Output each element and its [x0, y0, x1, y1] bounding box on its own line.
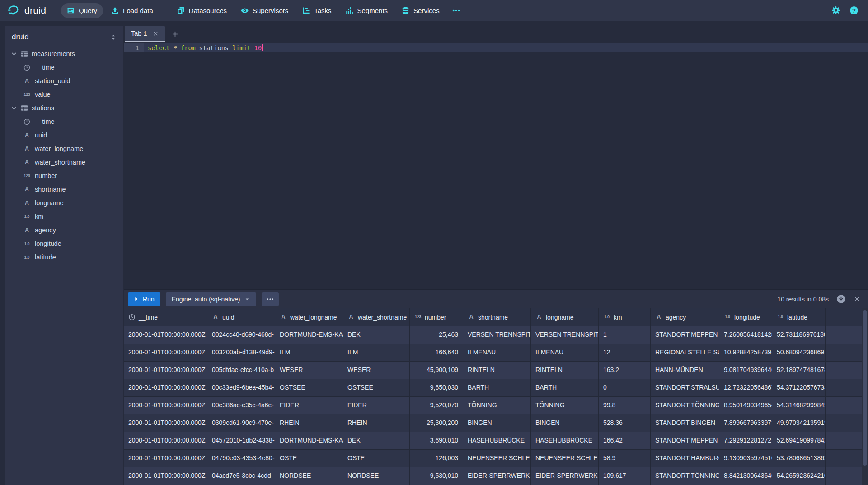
tree-field-water_longname[interactable]: Awater_longname	[5, 142, 123, 155]
cell-__time[interactable]: 2000-01-01T00:00:00.000Z	[124, 379, 207, 396]
cell-shortname[interactable]: VERSEN TRENNSPITZE	[463, 326, 531, 344]
cell-number[interactable]: 166,640	[410, 344, 463, 361]
close-tab-icon[interactable]	[153, 31, 159, 37]
cell-uuid[interactable]: 005dfdae-efcc-410a-b	[207, 362, 275, 379]
tree-table-stations[interactable]: stations	[5, 101, 123, 115]
cell-km[interactable]: 528.36	[599, 414, 651, 432]
add-tab-button[interactable]	[165, 26, 185, 42]
cell-water_shortname[interactable]: WESER	[343, 362, 410, 379]
cell-longname[interactable]: TÖNNING	[531, 397, 599, 414]
cell-longitude[interactable]: 7.29291228127272	[719, 432, 772, 449]
cell-uuid[interactable]: 00c33ed9-6bea-45b4-	[207, 379, 275, 396]
cell-water_shortname[interactable]: ILM	[343, 344, 410, 361]
cell-shortname[interactable]: BINGEN	[463, 414, 531, 432]
cell-km[interactable]: 163.2	[599, 362, 651, 379]
double-caret-vertical-icon[interactable]	[110, 34, 117, 41]
column-header-uuid[interactable]: Auuid	[207, 308, 275, 326]
cell-latitude[interactable]: 54.3712205767335	[772, 379, 826, 396]
cell-longname[interactable]: ILMENAU	[531, 344, 599, 361]
cell-water_longname[interactable]: ILM	[275, 344, 343, 361]
nav-item-services[interactable]: Services	[396, 3, 446, 18]
cell-longname[interactable]: VERSEN TRENNSPITZE	[531, 326, 599, 344]
cell-km[interactable]: 109.617	[599, 467, 651, 485]
cell-water_shortname[interactable]: DEK	[343, 326, 410, 344]
help-button[interactable]: ?	[849, 6, 859, 15]
nav-item-more[interactable]	[448, 3, 464, 18]
cell-longitude[interactable]: 7.89966796339734	[719, 414, 772, 432]
tree-field-agency[interactable]: Aagency	[5, 223, 123, 237]
cell-water_longname[interactable]: RHEIN	[275, 414, 343, 432]
cell-km[interactable]: 58.9	[599, 450, 651, 467]
tree-field-latitude[interactable]: 1.0latitude	[5, 250, 123, 264]
cell-number[interactable]: 9,530,010	[410, 467, 463, 485]
cell-uuid[interactable]: 0309cd61-90c9-470e-	[207, 414, 275, 432]
column-header-agency[interactable]: Aagency	[651, 308, 719, 326]
column-header-km[interactable]: 1.0km	[599, 308, 651, 326]
tree-field-station_uuid[interactable]: Astation_uuid	[5, 74, 123, 88]
query-more-button[interactable]	[262, 292, 279, 306]
cell-longname[interactable]: EIDER-SPERRWERK AP	[531, 467, 599, 485]
engine-select-button[interactable]: Engine: auto (sql-native)	[166, 292, 257, 306]
cell-water_shortname[interactable]: OSTSEE	[343, 379, 410, 396]
cell-shortname[interactable]: RINTELN	[463, 362, 531, 379]
cell-longitude[interactable]: 8.84213006436467	[719, 467, 772, 485]
cell-longname[interactable]: NEUENSEER SCHLEUSE	[531, 450, 599, 467]
cell-water_shortname[interactable]: DEK	[343, 432, 410, 449]
cell-__time[interactable]: 2000-01-01T00:00:00.000Z	[124, 467, 207, 485]
cell-km[interactable]: 99.8	[599, 397, 651, 414]
cell-agency[interactable]: HANN-MÜNDEN	[651, 362, 719, 379]
cell-agency[interactable]: STANDORT STRALSUND	[651, 379, 719, 396]
cell-__time[interactable]: 2000-01-01T00:00:00.000Z	[124, 362, 207, 379]
scrollbar-thumb[interactable]	[863, 310, 867, 466]
cell-water_shortname[interactable]: EIDER	[343, 397, 410, 414]
tree-field-longitude[interactable]: 1.0longitude	[5, 237, 123, 250]
cell-water_shortname[interactable]: NORDSEE	[343, 467, 410, 485]
cell-longitude[interactable]: 10.9288425873943	[719, 344, 772, 361]
nav-item-tasks[interactable]: Tasks	[296, 3, 337, 18]
cell-water_longname[interactable]: NORDSEE	[275, 467, 343, 485]
results-scrollbar[interactable]	[862, 308, 868, 485]
cell-longname[interactable]: HASEHUBBRÜCKE	[531, 432, 599, 449]
cell-agency[interactable]: STANDORT TÖNNING	[651, 467, 719, 485]
cell-latitude[interactable]: 49.9703421359194	[772, 414, 826, 432]
cell-shortname[interactable]: ILMENAU	[463, 344, 531, 361]
cell-longname[interactable]: BINGEN	[531, 414, 599, 432]
cell-number[interactable]: 126,003	[410, 450, 463, 467]
cell-uuid[interactable]: 04572010-1db2-4338-	[207, 432, 275, 449]
cell-__time[interactable]: 2000-01-01T00:00:00.000Z	[124, 397, 207, 414]
cell-__time[interactable]: 2000-01-01T00:00:00.000Z	[124, 326, 207, 344]
cell-agency[interactable]: STANDORT MEPPEN	[651, 326, 719, 344]
cell-water_longname[interactable]: EIDER	[275, 397, 343, 414]
cell-latitude[interactable]: 54.3146829998454	[772, 397, 826, 414]
cell-number[interactable]: 45,900,109	[410, 362, 463, 379]
cell-km[interactable]: 12	[599, 344, 651, 361]
brand[interactable]: druid	[7, 4, 46, 17]
cell-uuid[interactable]: 04acd7e5-3cbc-4cdd-	[207, 467, 275, 485]
cell-longitude[interactable]: 8.95014903496546	[719, 397, 772, 414]
cell-water_longname[interactable]: OSTE	[275, 450, 343, 467]
cell-shortname[interactable]: NEUENSEER SCHLEUSE	[463, 450, 531, 467]
cell-uuid[interactable]: 003200ab-d138-49d9-	[207, 344, 275, 361]
cell-km[interactable]: 166.42	[599, 432, 651, 449]
cell-__time[interactable]: 2000-01-01T00:00:00.000Z	[124, 414, 207, 432]
column-header-latitude[interactable]: 1.0latitude	[772, 308, 826, 326]
cell-uuid[interactable]: 0024cc40-d690-468d-	[207, 326, 275, 344]
cell-number[interactable]: 3,690,010	[410, 432, 463, 449]
column-header-longitude[interactable]: 1.0longitude	[719, 308, 772, 326]
tree-field-uuid[interactable]: Auuid	[5, 128, 123, 142]
cell-water_shortname[interactable]: OSTE	[343, 450, 410, 467]
cell-agency[interactable]: STANDORT BINGEN	[651, 414, 719, 432]
nav-item-supervisors[interactable]: Supervisors	[235, 3, 294, 18]
cell-longitude[interactable]: 7.26085641814285	[719, 326, 772, 344]
cell-latitude[interactable]: 52.1897474816785	[772, 362, 826, 379]
cell-water_longname[interactable]: OSTSEE	[275, 379, 343, 396]
cell-__time[interactable]: 2000-01-01T00:00:00.000Z	[124, 450, 207, 467]
cell-uuid[interactable]: 04790e03-4353-4e80-	[207, 450, 275, 467]
cell-km[interactable]: 1	[599, 326, 651, 344]
tree-table-measurements[interactable]: measurements	[5, 47, 123, 61]
cell-longname[interactable]: RINTELN	[531, 362, 599, 379]
cell-number[interactable]: 9,650,030	[410, 379, 463, 396]
tree-field-value[interactable]: 123value	[5, 88, 123, 101]
nav-item-load-data[interactable]: Load data	[105, 3, 159, 18]
cell-agency[interactable]: REGIONALSTELLE SUHL	[651, 344, 719, 361]
